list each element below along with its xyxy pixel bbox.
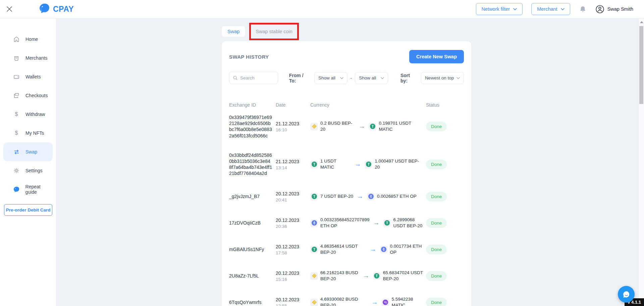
exchange-id: 6TqsQoYwmrfs [229,299,276,305]
usdt-icon: T [383,219,391,227]
sidebar-item-my-nfts[interactable]: $ My NFTs [3,124,53,142]
status-badge: Done [426,192,447,201]
col-currency: Currency [310,102,426,108]
eth-icon [367,193,375,200]
avatar-icon [595,5,604,14]
user-menu[interactable]: Swap Smith [595,5,633,14]
network-filter-button[interactable]: Network filter [476,3,523,15]
top-bar: CPAY Network filter Merchant Swap Smith [0,0,644,18]
search-box[interactable] [229,72,278,84]
user-name: Swap Smith [607,6,633,12]
exchange-id: 0x33bbdf24d8525860bb311b5036c3e848f7a64b… [229,152,276,177]
sidebar-item-checkouts[interactable]: Checkouts [3,86,53,105]
arrow-right-icon: → [363,272,369,280]
sidebar-item-wallets[interactable]: Wallets [3,67,53,86]
swap-date: 20.12.202315:16 [276,270,310,282]
arrow-right-icon: → [370,246,376,253]
search-input[interactable] [240,75,274,80]
from-amount: 0.003235684522707899 ETH OP [320,217,369,229]
swap-date: 20.12.202312:55 [276,296,310,306]
preorder-debit-card-button[interactable]: Pre-order Debit Card [4,204,52,216]
tab-swap-stable-coin[interactable]: Swap stable coin [256,29,292,34]
table-row[interactable]: 6TqsQoYwmrfs 20.12.202312:55 4.69330082 … [229,289,464,306]
to-amount: 5.5942238 MATIC [392,296,423,306]
bell-icon[interactable] [579,5,587,13]
scrollbar-thumb[interactable] [639,26,643,104]
svg-text:T: T [376,274,378,278]
status-badge: Done [426,122,447,131]
from-amount: 7 USDT BEP-20 [320,193,353,199]
tab-swap[interactable]: Swap [222,26,245,37]
sidebar: Home Merchants Wallets Checkouts $ Withd… [0,18,56,306]
cpay-logo[interactable]: CPAY [38,2,74,16]
swap-currency: T 1 USDT MATIC → T 1.000497 USDT BEP-20 [310,158,426,170]
table-body: 0x339479f36971e692128ae929dc6506bbc7f6a0… [229,108,464,306]
table-row[interactable]: 2U8aZz-7Lf5L 20.12.202315:16 66.2162143 … [229,263,464,289]
create-new-swap-button[interactable]: Create New Swap [409,50,464,63]
scroll-up-arrow-icon[interactable] [640,21,643,23]
cpay-logo-icon [38,2,50,16]
sidebar-item-swap[interactable]: Swap [3,142,53,161]
exchange-id: 17zDVOqIiCzB [229,220,276,226]
svg-text:$: $ [15,130,18,136]
chat-bubble-icon[interactable] [618,286,635,303]
to-amount: 65.68347024 USDT BEP-20 [383,270,423,282]
to-amount: 0.198701 USDT MATIC [379,120,423,132]
table-header: Exchange ID Date Currency Status [229,102,464,108]
swap-currency: 0.2 BUSD BEP-20 → T 0.198701 USDT MATIC [310,120,426,132]
merchant-button[interactable]: Merchant [531,3,570,15]
from-to-label: From / To: [289,73,311,83]
to-filter-dropdown[interactable]: Show all [355,72,388,84]
usdt-icon: T [369,123,376,130]
chevron-down-icon [513,8,517,10]
sidebar-item-repeat-guide[interactable]: Repeat guide [3,180,53,199]
table-row[interactable]: mGBAlUSs1NFy 20.12.202317:58 T 4.8635461… [229,236,464,263]
table-row[interactable]: 0x339479f36971e692128ae929dc6506bbc7f6a0… [229,108,464,145]
svg-text:T: T [313,163,315,166]
svg-text:T: T [313,248,315,251]
sort-dropdown[interactable]: Newest on top [421,72,464,84]
annotation-red-box: Swap stable coin [249,23,299,40]
to-amount: 1.000497 USDT BEP-20 [375,158,423,170]
sidebar-item-merchants[interactable]: Merchants [3,49,53,67]
scrollbar[interactable] [638,18,644,306]
exchange-id: 0x339479f36971e692128ae929dc6506bbc7f6a0… [229,114,276,139]
swap-tabs: Swap Swap stable coin [222,23,471,40]
filter-row: From / To: Show all - Show all Sort by: … [229,72,464,84]
svg-text:T: T [386,221,388,225]
to-amount: 0.0026857 ETH OP [377,193,417,199]
table-row[interactable]: 17zDVOqIiCzB 20.12.202320:36 0.003235684… [229,210,464,236]
home-icon [13,36,20,43]
from-amount: 66.2162143 BUSD BEP-20 [320,270,359,282]
swap-currency: T 4.86354614 USDT BEP-20 → 0.0017734 ETH… [310,243,426,255]
exchange-id: 2U8aZz-7Lf5L [229,273,276,279]
col-date: Date [276,102,310,108]
svg-text:T: T [372,125,374,128]
eth-icon [380,246,388,253]
sidebar-item-settings[interactable]: Settings [3,161,53,180]
main-area: Swap Swap stable coin SWAP HISTORY Creat… [56,18,638,306]
from-amount: 1 USDT MATIC [320,158,351,170]
wallet-icon [13,73,20,80]
chevron-down-icon [457,77,460,79]
busd-icon [310,272,318,280]
from-filter-dropdown[interactable]: Show all [314,72,347,84]
swap-currency: 0.003235684522707899 ETH OP → T 6.289906… [310,217,426,229]
sidebar-item-withdraw[interactable]: $ Withdraw [3,105,53,124]
arrow-right-icon: → [357,193,363,200]
svg-text:$: $ [15,111,18,117]
svg-text:T: T [313,195,315,198]
arrow-right-icon: → [355,161,361,168]
checkout-icon [13,92,20,99]
cpay-mini-icon [13,186,20,193]
sidebar-item-home[interactable]: Home [3,30,53,49]
swap-date: 21.12.202313:14 [276,158,310,170]
panel-title: SWAP HISTORY [229,54,269,60]
from-amount: 4.86354614 USDT BEP-20 [320,243,366,255]
close-icon[interactable] [0,0,18,18]
swap-date: 20.12.202320:41 [276,190,310,202]
usdt-icon: T [365,161,372,168]
swap-icon [13,148,20,156]
table-row[interactable]: 0x33bbdf24d8525860bb311b5036c3e848f7a64b… [229,145,464,183]
table-row[interactable]: _g2jvJzmJ_B7 20.12.202320:41 T 7 USDT BE… [229,183,464,210]
